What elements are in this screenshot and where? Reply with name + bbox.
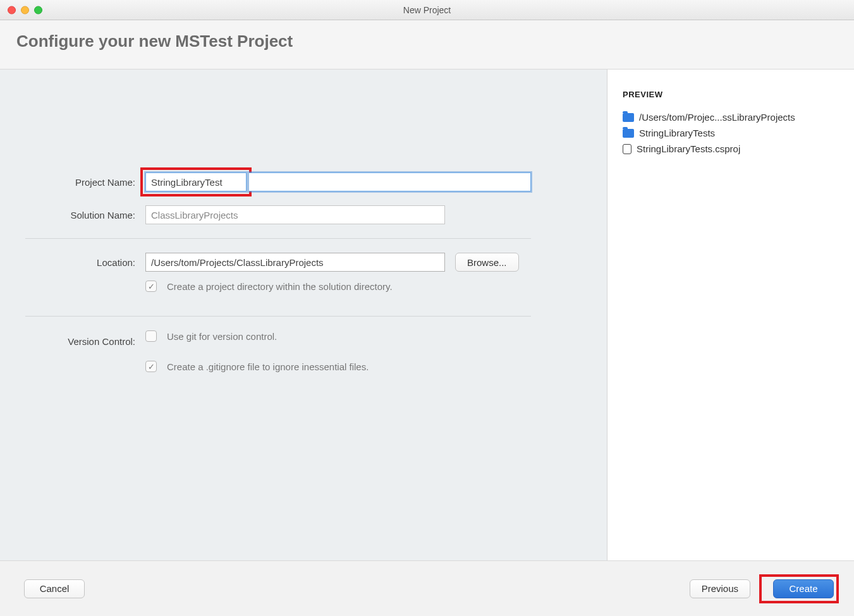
- tree-folder-label: StringLibraryTests: [639, 128, 715, 138]
- footer: Cancel Previous Create: [0, 560, 854, 616]
- main: Project Name: Solution Name: Location:: [0, 69, 854, 560]
- close-window-icon[interactable]: [8, 6, 16, 14]
- project-name-input-extender[interactable]: [249, 172, 531, 191]
- form-pane: Project Name: Solution Name: Location:: [0, 69, 607, 560]
- create-dir-checkbox[interactable]: [145, 281, 157, 292]
- preview-tree: /Users/tom/Projec...ssLibraryProjects St…: [623, 109, 839, 157]
- row-project-name: Project Name:: [25, 167, 531, 196]
- zoom-window-icon[interactable]: [34, 6, 42, 14]
- row-vc-git: Version Control: Use git for version con…: [25, 330, 531, 352]
- solution-name-input[interactable]: [145, 205, 445, 224]
- tree-folder[interactable]: StringLibraryTests: [623, 125, 839, 141]
- previous-button[interactable]: Previous: [690, 579, 750, 598]
- tree-file[interactable]: StringLibraryTests.csproj: [623, 141, 839, 157]
- window-controls: [8, 6, 42, 14]
- solution-name-label: Solution Name:: [25, 210, 145, 220]
- page-title: Configure your new MSTest Project: [16, 32, 838, 51]
- gitignore-label: Create a .gitignore file to ignore iness…: [167, 361, 369, 372]
- preview-heading: PREVIEW: [623, 90, 839, 99]
- gitignore-checkbox[interactable]: [145, 361, 157, 372]
- location-input[interactable]: [145, 253, 445, 272]
- create-dir-label: Create a project directory within the so…: [167, 281, 393, 292]
- project-name-label: Project Name:: [25, 177, 145, 188]
- divider: [25, 316, 531, 317]
- page-header: Configure your new MSTest Project: [0, 20, 854, 69]
- folder-icon: [623, 113, 634, 122]
- browse-button[interactable]: Browse...: [455, 253, 519, 272]
- preview-pane: PREVIEW /Users/tom/Projec...ssLibraryPro…: [607, 69, 854, 560]
- cancel-button[interactable]: Cancel: [24, 579, 85, 598]
- create-button[interactable]: Create: [773, 579, 834, 598]
- titlebar: New Project: [0, 0, 854, 20]
- version-control-label: Version Control:: [25, 336, 145, 347]
- minimize-window-icon[interactable]: [21, 6, 29, 14]
- row-create-dir: Create a project directory within the so…: [25, 281, 531, 302]
- use-git-label: Use git for version control.: [167, 331, 277, 342]
- location-label: Location:: [25, 257, 145, 268]
- project-name-input[interactable]: [145, 172, 247, 191]
- tree-root[interactable]: /Users/tom/Projec...ssLibraryProjects: [623, 109, 839, 125]
- file-icon: [623, 144, 631, 154]
- row-location: Location: Browse...: [25, 253, 531, 272]
- folder-icon: [623, 129, 634, 138]
- divider: [25, 238, 531, 239]
- row-solution-name: Solution Name:: [25, 205, 531, 224]
- use-git-checkbox[interactable]: [145, 330, 157, 342]
- tree-file-label: StringLibraryTests.csproj: [637, 143, 740, 154]
- highlight-project-name: [140, 167, 252, 196]
- tree-root-label: /Users/tom/Projec...ssLibraryProjects: [639, 112, 795, 123]
- highlight-create: Create: [759, 574, 839, 603]
- window-title: New Project: [0, 5, 854, 15]
- row-vc-gitignore: Create a .gitignore file to ignore iness…: [25, 361, 531, 382]
